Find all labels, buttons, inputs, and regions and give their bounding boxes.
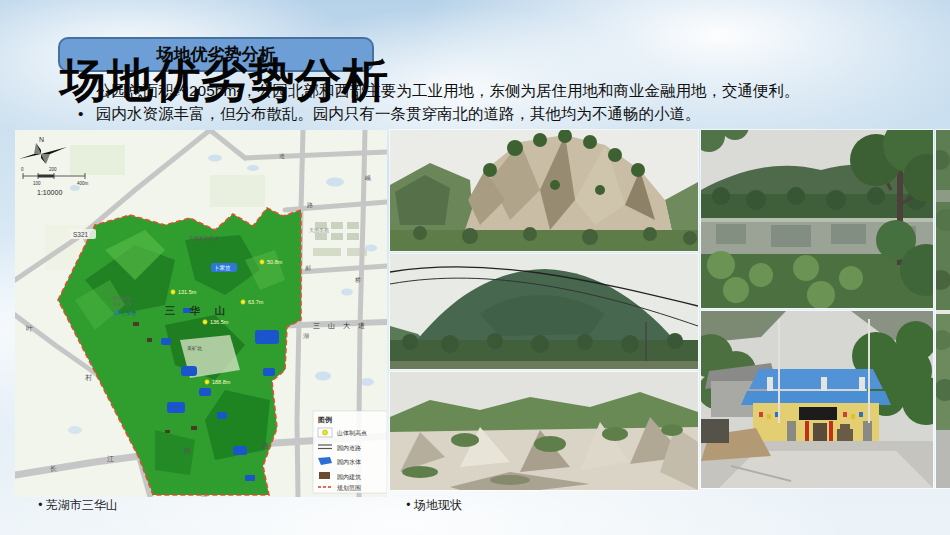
- legend-title: 图例: [318, 416, 332, 424]
- svg-text:江: 江: [107, 455, 114, 463]
- svg-text:叶: 叶: [26, 325, 33, 332]
- legend-building-icon: [319, 472, 330, 479]
- svg-text:桥: 桥: [354, 277, 361, 283]
- legend-item-label: 山体制高点: [337, 429, 367, 437]
- svg-text:道: 道: [279, 153, 285, 159]
- peak-label: 136.5m: [210, 319, 229, 325]
- map-legend: 图例 山体制高点 园内道路 园内水体 园内建筑 规划范围: [313, 411, 387, 493]
- svg-text:郝: 郝: [305, 265, 311, 272]
- school-label-line1: 芜湖市第: [113, 296, 132, 301]
- caption-site-status: • 场地现状: [404, 498, 464, 513]
- village-label: 卜家笪: [214, 265, 231, 271]
- scale-ratio-label: 1:10000: [37, 189, 62, 196]
- mountain-name-label: 三 华 山: [165, 305, 231, 316]
- legend-item-label: 园内建筑: [337, 474, 361, 481]
- peak-label: 188.8m: [212, 379, 231, 385]
- quarry-label: 采矿坑: [187, 345, 202, 352]
- pharma-label: 安徽双鹤药业: [189, 235, 219, 242]
- compass-n-label: N: [39, 136, 44, 143]
- photo-temple: [701, 311, 933, 488]
- photo-green-hill: [390, 254, 698, 369]
- svg-text:南: 南: [184, 447, 191, 454]
- slide: 场地优劣势分析 场地优劣势分析 • 公园总面积约205hm²，公园北部和西部主要…: [0, 0, 950, 535]
- svg-text:200: 200: [49, 167, 57, 172]
- svg-text:峨: 峨: [365, 175, 371, 181]
- peak-label: 50.8m: [267, 259, 283, 265]
- photo-quarry: [390, 372, 698, 490]
- svg-text:400m: 400m: [77, 181, 89, 186]
- legend-item-label: 园内道路: [337, 445, 361, 452]
- svg-text:路: 路: [262, 442, 269, 450]
- svg-text:村: 村: [85, 374, 92, 382]
- school-label-line2: 四十中学: [113, 302, 132, 307]
- caption-mountain: • 芜湖市三华山: [28, 498, 128, 513]
- svg-text:100: 100: [33, 181, 41, 186]
- photo-forest-lake: [701, 130, 933, 308]
- photo-rock-cliff: [390, 130, 698, 251]
- temple-label: 三华寺: [121, 310, 136, 316]
- svg-text:湖: 湖: [303, 333, 309, 339]
- legend-item-label: 规划范围: [337, 484, 361, 492]
- road-number-label: S321: [73, 231, 89, 238]
- page-title: 场地优劣势分析: [60, 50, 389, 112]
- peak-label: 63.7m: [248, 299, 264, 305]
- svg-text:路: 路: [307, 202, 313, 209]
- legend-peak-icon: [323, 430, 328, 435]
- tianchi-label: 天池圣苑: [309, 227, 329, 234]
- peak-label: 131.5m: [178, 289, 197, 295]
- avenue-label: 三山大道: [313, 322, 373, 329]
- legend-item-label: 园内水体: [337, 459, 361, 466]
- photo-sliver: [936, 130, 950, 488]
- map-canvas: 131.5m 50.8m 63.7m 136.5m 188.8m 三 华 山 安…: [15, 130, 387, 497]
- svg-text:长: 长: [50, 465, 57, 472]
- site-map: 131.5m 50.8m 63.7m 136.5m 188.8m 三 华 山 安…: [15, 130, 387, 497]
